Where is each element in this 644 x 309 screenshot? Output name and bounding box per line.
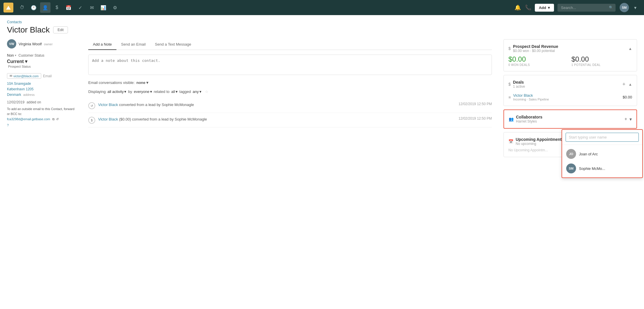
activity-text-1: Victor Black converted from a lead by So… [98, 102, 456, 108]
won-label: 0 WON DEALS [508, 63, 569, 67]
filter-activity[interactable]: all activity ▾ [107, 89, 126, 94]
search-icon: 🔍 [609, 6, 613, 10]
star-icon[interactable]: ☆ [205, 89, 208, 94]
added-on: 12/02/2019 added on [7, 100, 77, 104]
activity-item: $ Victor Black ($0.00) converted from a … [88, 113, 492, 127]
deal-name[interactable]: Victor Black [513, 93, 549, 98]
collaborator-search-input[interactable] [566, 133, 639, 142]
filter-any[interactable]: any ▾ [193, 89, 202, 94]
breadcrumb[interactable]: Contacts [7, 20, 637, 24]
activity-dollar-icon: $ [88, 117, 95, 124]
filter-everyone-caret: ▾ [150, 89, 152, 94]
deals-subtitle: 1 active [513, 85, 525, 89]
deals-dollar-icon: $ [508, 82, 511, 87]
collab-user-joan[interactable]: JO Joan of Arc [562, 147, 642, 161]
email-label: Email [43, 74, 52, 78]
collaborators-subtitle: Harriet Styles [516, 119, 542, 123]
appointments-icon: 📅 [508, 139, 513, 144]
deal-amount: $0.00 [623, 95, 632, 99]
joan-avatar: JO [566, 149, 576, 159]
nav-dashboard-icon[interactable]: ⏱ [17, 2, 27, 13]
bcc-email[interactable]: fca3298d@email.getbase.com [7, 117, 50, 121]
phone-icon[interactable]: 📞 [525, 4, 531, 11]
search-input[interactable] [557, 4, 616, 12]
nav-settings-icon[interactable]: ⚙ [110, 2, 120, 13]
left-panel: VW Virginia Woolf owner Non ▾ Customer S… [7, 39, 82, 161]
bcc-section: To add an outside email to this Contact,… [7, 107, 77, 128]
activity-link-1[interactable]: Victor Black [98, 103, 118, 107]
add-deal-icon[interactable]: + [623, 81, 626, 87]
prospect-deal-revenue-card: $ Prospect Deal Revenue $0.00 won · $0.0… [503, 39, 637, 71]
email-visible-label: Email conversations visible: [88, 80, 135, 85]
add-chevron-icon: ▾ [548, 6, 550, 10]
filter-all[interactable]: all ▾ [171, 89, 178, 94]
filter-row: Email conversations visible: none ▾ [88, 80, 492, 85]
activity-link-2[interactable]: Victor Black [98, 117, 118, 121]
nav-history-icon[interactable]: 🕐 [28, 2, 39, 13]
prospect-deal-title: Prospect Deal Revenue [513, 44, 558, 49]
collapse-icon[interactable]: ▲ [628, 46, 632, 51]
filter-any-caret: ▾ [199, 89, 202, 94]
collaborators-title: Collaborators [516, 115, 542, 119]
nav-calendar-icon[interactable]: 📅 [63, 2, 74, 13]
collaborators-collapse-btn[interactable]: ▾ [629, 116, 632, 122]
deals-title: Deals [513, 80, 525, 85]
user-menu-chevron[interactable]: ▾ [630, 2, 641, 13]
nav-reports-icon[interactable]: 📊 [98, 2, 109, 13]
deal-item: ≡ Victor Black Incoming · Sales Pipeline… [508, 91, 632, 101]
collaborator-user-list: JO Joan of Arc SM Sophie McMo... [562, 145, 642, 177]
prospect-status-value[interactable]: Current ▾ [7, 59, 77, 64]
center-panel: Add a Note Send an Email Send a Text Mes… [82, 39, 498, 161]
sophie-avatar: SM [566, 164, 576, 173]
tab-send-email[interactable]: Send an Email [116, 39, 150, 50]
top-navigation: ⏱ 🕐 👤 $ 📅 ✓ ✉ 📊 ⚙ 🔔 📞 Add ▾ 🔍 SM ▾ [0, 0, 644, 15]
prospect-deal-subtitle: $0.00 won · $0.00 potential [513, 49, 558, 53]
appointments-subtitle: No upcoming [516, 142, 564, 146]
copy-icon[interactable]: ⧉ [52, 117, 55, 121]
edit-button[interactable]: Edit [53, 26, 68, 33]
nav-email-icon[interactable]: ✉ [87, 2, 97, 13]
collaborators-card: 👥 Collaborators Harriet Styles + ▾ [503, 109, 637, 129]
filter-everyone[interactable]: everyone ▾ [134, 89, 152, 94]
joan-name: Joan of Arc [579, 152, 598, 156]
note-textarea[interactable] [88, 55, 492, 75]
tab-add-note[interactable]: Add a Note [88, 39, 116, 50]
notifications-icon[interactable]: 🔔 [515, 4, 521, 11]
activity-convert-icon: ↺ [88, 102, 95, 109]
nav-tasks-icon[interactable]: ✓ [75, 2, 85, 13]
add-button[interactable]: Add ▾ [535, 4, 554, 12]
customer-status-value[interactable]: Non ▾ [7, 53, 16, 58]
deals-collapse-icon[interactable]: ▲ [628, 82, 632, 87]
activity-time-1: 12/02/2019 12:50 PM [458, 102, 492, 106]
prospect-status-label: Prospect Status [8, 65, 31, 68]
potential-amount: $0.00 [571, 55, 632, 63]
address-field: 10A Snaregade København 1205 Denmark add… [7, 81, 77, 98]
user-avatar[interactable]: SM [620, 3, 629, 12]
owner-name: Virginia Woolf [19, 42, 42, 46]
nav-deals-icon[interactable]: $ [52, 2, 62, 13]
envelope-icon: ✉ [10, 74, 12, 78]
deals-card: $ Deals 1 active + ▲ ≡ Victor Black [503, 75, 637, 106]
sophie-name: Sophie McMo... [579, 166, 605, 171]
filter-all-caret: ▾ [176, 89, 178, 94]
activity-item: ↺ Victor Black converted from a lead by … [88, 98, 492, 113]
tab-send-text[interactable]: Send a Text Message [150, 39, 196, 50]
customer-status-caret: ▾ [15, 54, 16, 57]
dollar-icon: $ [508, 46, 511, 51]
app-logo[interactable] [3, 3, 13, 12]
activity-tabs: Add a Note Send an Email Send a Text Mes… [88, 39, 492, 50]
deal-pipeline-icon: ≡ [508, 95, 511, 100]
email-visible-value[interactable]: none ▾ [136, 80, 149, 85]
won-amount: $0.00 [508, 55, 569, 63]
owner-role: owner [44, 42, 53, 46]
activity-filter: Displaying all activity ▾ by everyone ▾ … [88, 89, 492, 94]
collab-user-sophie[interactable]: SM Sophie McMo... [562, 161, 642, 176]
email-badge: ✉ victor@black.com [7, 73, 41, 79]
add-collaborator-btn[interactable]: + [625, 116, 627, 122]
appointments-title: Upcoming Appointments [516, 137, 564, 142]
refresh-icon[interactable]: ↺ [56, 117, 59, 121]
help-icon[interactable]: ? [7, 123, 9, 128]
nav-contacts-icon[interactable]: 👤 [40, 2, 51, 13]
email-visible-caret: ▾ [146, 80, 148, 85]
owner-avatar: VW [7, 39, 16, 48]
